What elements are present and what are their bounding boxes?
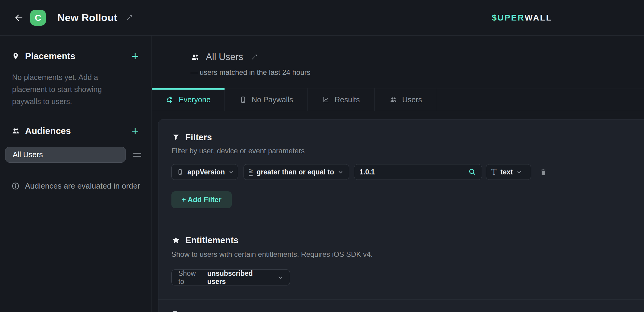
phone-icon xyxy=(239,96,247,103)
info-icon xyxy=(11,182,20,190)
tab-label: Results xyxy=(335,95,360,104)
audiences-section: Audiences + All Users Audiences are eval… xyxy=(0,124,151,191)
funnel-icon xyxy=(171,133,180,141)
filter-type-dropdown[interactable]: T text xyxy=(486,164,531,180)
tab-label: Everyone xyxy=(179,95,211,104)
app-icon[interactable]: C xyxy=(30,10,46,26)
filter-row: appVersion ≥ greater than or equal to xyxy=(171,164,632,180)
audience-item-all-users[interactable]: All Users xyxy=(5,147,126,163)
add-placement-button[interactable]: + xyxy=(130,51,140,61)
trash-icon xyxy=(539,168,547,176)
filter-operator-value: greater than or equal to xyxy=(257,168,334,176)
add-audience-button[interactable]: + xyxy=(130,126,140,136)
back-arrow-icon xyxy=(14,13,24,23)
filter-property-value: appVersion xyxy=(187,168,225,176)
audience-list-item: All Users xyxy=(5,147,151,163)
filters-section: Filters Filter by user, device or event … xyxy=(158,119,644,223)
tab-results[interactable]: Results xyxy=(308,88,375,111)
app-initial: C xyxy=(35,13,41,23)
tab-everyone[interactable]: Everyone xyxy=(152,88,225,111)
placements-title: Placements xyxy=(25,51,130,61)
entitlements-section: Entitlements Show to users with certain … xyxy=(158,223,644,300)
show-to-dropdown[interactable]: Show to unsubscribed users xyxy=(171,269,290,285)
text-type-icon: T xyxy=(491,167,496,177)
tab-bar-filler xyxy=(437,88,644,111)
tab-users[interactable]: Users xyxy=(375,88,437,111)
chart-icon xyxy=(322,96,330,103)
chevron-down-icon xyxy=(338,170,343,175)
sidebar: Placements + No placements yet. Add a pl… xyxy=(0,36,152,312)
placements-empty-text: No placements yet. Add a placement to st… xyxy=(12,71,112,107)
show-to-value: unsubscribed users xyxy=(207,269,272,286)
filters-title: Filters xyxy=(185,132,212,142)
phone-icon xyxy=(177,169,183,175)
audience-item-label: All Users xyxy=(13,150,43,159)
back-button[interactable] xyxy=(12,11,25,24)
search-icon xyxy=(468,168,477,176)
audience-card: Filters Filter by user, device or event … xyxy=(158,119,644,312)
filters-subtitle: Filter by user, device or event paramete… xyxy=(171,147,632,155)
entitlements-subtitle: Show to users with certain entitlements.… xyxy=(171,250,632,259)
greater-equal-icon: ≥ xyxy=(249,168,253,176)
delete-filter-button[interactable] xyxy=(539,168,547,176)
audiences-note: Audiences are evaluated in order xyxy=(0,181,151,191)
placements-section: Placements + No placements yet. Add a pl… xyxy=(0,49,151,107)
show-to-label: Show to xyxy=(178,269,203,286)
filter-type-value: text xyxy=(500,168,513,176)
rollout-icon xyxy=(166,96,174,104)
filter-operator-dropdown[interactable]: ≥ greater than or equal to xyxy=(244,164,349,180)
tab-bar: Everyone No Paywalls Results Users xyxy=(152,88,644,111)
audience-users-icon xyxy=(190,53,200,62)
edit-audience-icon[interactable] xyxy=(250,53,258,61)
filter-property-dropdown[interactable]: appVersion xyxy=(171,164,238,180)
logo-text-white: WALL xyxy=(524,13,552,23)
users-icon xyxy=(11,127,20,135)
tab-label: No Paywalls xyxy=(252,95,293,104)
edit-title-icon[interactable] xyxy=(125,14,133,22)
logo-text-teal: $UPER xyxy=(492,13,524,23)
audience-subtitle: — users matched in the last 24 hours xyxy=(171,68,644,77)
users-icon xyxy=(389,96,397,103)
page-title: New Rollout xyxy=(57,12,117,24)
chevron-down-icon xyxy=(278,275,283,280)
star-icon xyxy=(171,236,180,244)
filter-value-input[interactable] xyxy=(359,168,456,176)
location-pin-icon xyxy=(11,52,20,60)
chevron-down-icon xyxy=(229,170,234,175)
filter-value-field[interactable] xyxy=(354,164,482,180)
top-bar: C New Rollout $UPERWALL xyxy=(0,0,644,36)
audiences-title: Audiences xyxy=(25,126,130,136)
drag-handle-icon[interactable] xyxy=(133,153,141,157)
next-section-partial xyxy=(158,300,644,312)
tab-label: Users xyxy=(402,95,422,104)
audience-title: All Users xyxy=(206,52,243,62)
main-content: All Users — users matched in the last 24… xyxy=(152,36,644,312)
tab-no-paywalls[interactable]: No Paywalls xyxy=(225,88,308,111)
audiences-note-text: Audiences are evaluated in order xyxy=(25,181,140,191)
entitlements-title: Entitlements xyxy=(185,235,238,245)
chevron-down-icon xyxy=(517,170,522,175)
add-filter-button[interactable]: + Add Filter xyxy=(171,191,232,208)
superwall-logo[interactable]: $UPERWALL xyxy=(492,0,552,36)
